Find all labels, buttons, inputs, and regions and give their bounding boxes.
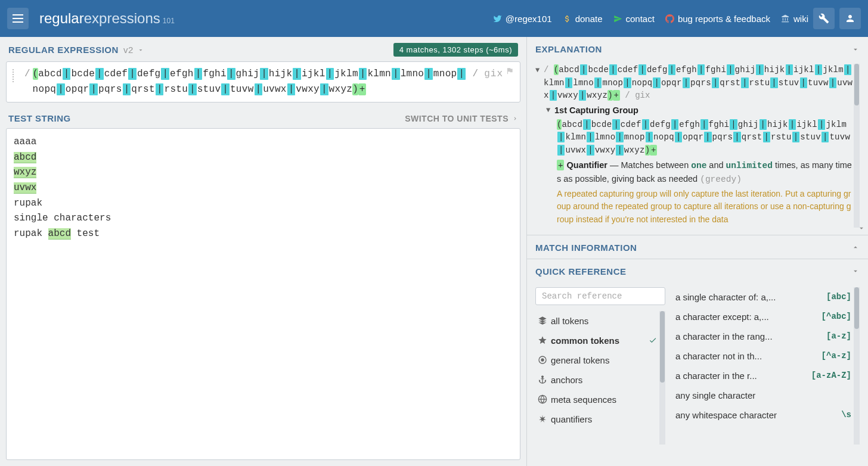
scrollbar[interactable]	[854, 287, 860, 445]
header-link-donate[interactable]: donate	[563, 14, 603, 24]
regex-pattern[interactable]: (abcd|bcde|cdef|defg|efgh|fghi|ghij|hijk…	[33, 67, 470, 97]
asterisk-icon	[538, 414, 551, 424]
chevron-down-icon	[851, 45, 860, 54]
star-icon	[538, 335, 551, 345]
switch-unit-tests-link[interactable]: SWITCH TO UNIT TESTS	[405, 114, 518, 123]
stack-icon	[538, 316, 551, 325]
qr-item[interactable]: a character not in th...[^a-z]	[673, 346, 854, 366]
qr-item[interactable]: a character in the rang...[a-z]	[673, 327, 854, 346]
qr-item[interactable]: any whitespace character\s	[673, 405, 854, 425]
qr-category-general-tokens[interactable]: general tokens	[535, 350, 659, 370]
test-line: abcd	[14, 150, 513, 166]
match-status-badge: 4 matches, 1302 steps (~6ms)	[393, 43, 518, 57]
menu-button[interactable]	[7, 8, 29, 29]
test-line: wxyz	[14, 165, 513, 181]
qr-item[interactable]: a character except: a,...[^abc]	[673, 307, 854, 327]
delimiter-open: /	[24, 67, 30, 82]
check-icon	[649, 336, 657, 344]
scrollbar[interactable]	[854, 64, 860, 228]
hamburger-icon	[13, 14, 23, 23]
chevron-down-icon[interactable]	[857, 224, 866, 232]
qr-item[interactable]: a single character of: a,...[abc]	[673, 287, 854, 307]
logo-sub: 101	[163, 17, 175, 25]
qr-item[interactable]: any single character	[673, 386, 854, 405]
qr-category-common-tokens[interactable]: common tokens	[535, 331, 659, 350]
test-line: uvwx	[14, 181, 513, 196]
qr-category-quantifiers[interactable]: quantifiers	[535, 409, 659, 429]
user-icon	[845, 13, 855, 24]
qr-category-meta-sequences[interactable]: meta sequences	[535, 390, 659, 409]
test-string-title: TEST STRING	[8, 113, 71, 123]
twitter-icon	[493, 14, 502, 23]
collapse-arrow-icon[interactable]: ▼	[535, 65, 544, 76]
svg-point-1	[541, 359, 544, 361]
header-link--regex101[interactable]: @regex101	[493, 14, 552, 24]
target-icon	[538, 355, 551, 365]
flag-icon[interactable]	[506, 67, 514, 75]
dollar-icon	[563, 14, 572, 23]
delimiter-close: /	[473, 67, 479, 82]
github-icon	[665, 14, 674, 23]
regex-input[interactable]: / (abcd|bcde|cdef|defg|efgh|fghi|ghij|hi…	[6, 61, 520, 102]
header-link-contact[interactable]: contact	[613, 14, 655, 24]
scrollbar[interactable]	[659, 311, 665, 445]
chevron-down-icon	[851, 267, 860, 275]
qr-category-anchors[interactable]: anchors	[535, 370, 659, 390]
regex-title: REGULAR EXPRESSION	[8, 45, 119, 55]
exp-pattern-group: (abcd|bcde|cdef|defg|efgh|fghi|ghij|hijk…	[557, 119, 854, 157]
match-info-header[interactable]: MATCH INFORMATION	[527, 235, 868, 259]
collapse-arrow-icon[interactable]: ▼	[546, 105, 554, 116]
quick-reference-header[interactable]: QUICK REFERENCE	[527, 259, 868, 282]
send-icon	[613, 14, 622, 23]
exp-pattern-top: (abcd|bcde|cdef|defg|efgh|fghi|ghij|hijk…	[544, 65, 852, 100]
test-string-input[interactable]: aaaaabcdwxyzuvwxrupaksingle charactersru…	[6, 128, 520, 460]
test-line: aaaa	[14, 135, 513, 150]
chevron-down-icon[interactable]	[137, 46, 144, 54]
globe-icon	[538, 394, 551, 404]
regex-section-header: REGULAR EXPRESSION v2 4 matches, 1302 st…	[0, 37, 526, 61]
test-line: rupak abcd test	[14, 226, 513, 242]
wrench-icon	[819, 13, 829, 24]
explanation-warning: A repeated capturing group will only cap…	[557, 188, 854, 226]
chevron-up-icon	[851, 243, 860, 251]
qr-category-all-tokens[interactable]: all tokens	[535, 311, 659, 331]
search-reference-input[interactable]	[535, 287, 665, 305]
logo[interactable]: regularexpressions101	[39, 10, 175, 27]
header-link-bug-reports-feedback[interactable]: bug reports & feedback	[665, 14, 770, 24]
qr-item[interactable]: a character in the r...[a-zA-Z]	[673, 366, 854, 386]
user-button[interactable]	[839, 8, 861, 29]
bank-icon	[781, 14, 790, 23]
logo-text-bold: regular	[39, 10, 84, 26]
anchor-icon	[538, 375, 551, 384]
drag-handle-icon[interactable]	[13, 69, 18, 82]
explanation-header[interactable]: EXPLANATION	[527, 37, 868, 60]
logo-text-light: expressions	[84, 10, 160, 26]
test-line: rupak	[14, 196, 513, 212]
settings-button[interactable]	[813, 8, 835, 29]
chevron-right-icon	[512, 114, 518, 123]
header-link-wiki[interactable]: wiki	[781, 14, 808, 24]
regex-flags[interactable]: gix	[484, 67, 503, 82]
explanation-body: ▼ / (abcd|bcde|cdef|defg|efgh|fghi|ghij|…	[527, 60, 868, 235]
test-line: single characters	[14, 211, 513, 226]
regex-version[interactable]: v2	[123, 45, 134, 55]
